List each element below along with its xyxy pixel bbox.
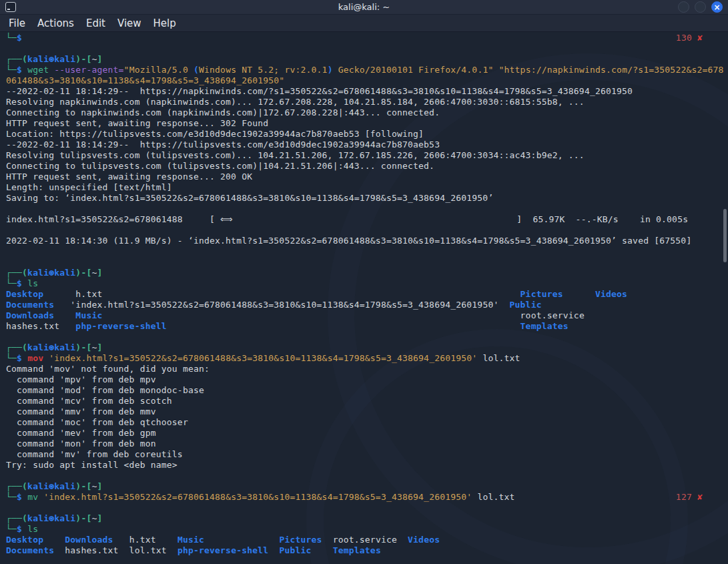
- terminal-line: Length: unspecified [text/html]: [6, 182, 728, 193]
- terminal-line: 2022-02-11 18:14:30 (11.9 MB/s) - ‘index…: [6, 236, 728, 246]
- terminal-line: command 'mon' from deb mon: [6, 439, 728, 449]
- terminal-line: --2022-02-11 18:14:29-- https://napkinwi…: [6, 86, 728, 97]
- terminal-line: Documents 'index.html?s1=350522&s2=67806…: [6, 300, 728, 310]
- window-title: kali@kali: ~: [0, 0, 728, 14]
- terminal-line: ┌──(kali⊛kali)-[~]: [6, 54, 728, 65]
- terminal-line: command 'mev' from deb gpm: [6, 428, 728, 439]
- terminal-line: command 'mmv' from deb mmv: [6, 406, 728, 417]
- terminal-line: Try: sudo apt install <deb name>: [6, 460, 728, 471]
- terminal-line: ┌──(kali⊛kali)-[~]: [6, 268, 728, 278]
- terminal-window: kali@kali: ~ × FileActionsEditViewHelp └…: [0, 0, 728, 564]
- terminal-line: Desktop Downloads h.txt Music Pictures r…: [6, 535, 728, 545]
- terminal-line: Desktop h.txt Pictures Videos: [6, 289, 728, 300]
- titlebar: kali@kali: ~ ×: [0, 0, 728, 15]
- terminal-line: ┌──(kali⊛kali)-[~]: [6, 481, 728, 492]
- close-button[interactable]: ×: [711, 1, 723, 13]
- terminal-line: command 'mod' from deb monodoc-base: [6, 385, 728, 396]
- terminal-line: Downloads Music root.service: [6, 310, 728, 321]
- terminal-line: command 'mpv' from deb mpv: [6, 374, 728, 385]
- terminal-line: └─$ ls: [6, 524, 728, 535]
- terminal-line: └─$ mov 'index.html?s1=350522&s2=6780614…: [6, 353, 728, 364]
- window-controls: ×: [678, 1, 728, 13]
- terminal-line: Resolving tulipsvests.com (tulipsvests.c…: [6, 150, 728, 161]
- terminal-line: command 'mv' from deb coreutils: [6, 449, 728, 460]
- terminal-line: hashes.txt php-reverse-shell Templates: [6, 321, 728, 332]
- scrollbar[interactable]: [723, 209, 727, 262]
- terminal-line: HTTP request sent, awaiting response... …: [6, 172, 728, 182]
- terminal-line: [6, 471, 728, 481]
- terminal-line: command 'moc' from deb qtchooser: [6, 417, 728, 428]
- terminal-line: Connecting to tulipsvests.com (tulipsves…: [6, 161, 728, 172]
- terminal-line: └─$ wget --user-agent="Mozilla/5.0 (Wind…: [6, 65, 728, 75]
- terminal-line: [6, 204, 728, 214]
- terminal-line: └─$ ls: [6, 278, 728, 289]
- terminal-line: [6, 43, 728, 54]
- minimize-button[interactable]: [678, 1, 689, 13]
- terminal-line: Connecting to napkinwinds.com (napkinwin…: [6, 107, 728, 118]
- terminal-line: └─$ mv 'index.html?s1=350522&s2=67806148…: [6, 492, 728, 503]
- terminal-line: [6, 332, 728, 342]
- maximize-button[interactable]: [695, 1, 706, 13]
- menu-item-view[interactable]: View: [111, 17, 147, 29]
- terminal-line: HTTP request sent, awaiting response... …: [6, 118, 728, 129]
- terminal-line: [6, 225, 728, 236]
- terminal-line: ┌──(kali⊛kali)-[~]: [6, 513, 728, 524]
- terminal-line: 061488&s3=3810&s10=1138&s4=1798&s5=3_438…: [6, 75, 728, 86]
- terminal-line: --2022-02-11 18:14:29-- https://tulipsve…: [6, 139, 728, 150]
- menu-item-help[interactable]: Help: [147, 17, 182, 29]
- terminal-line: ┌──(kali⊛kali)-[~]: [6, 342, 728, 353]
- terminal-line: [6, 503, 728, 513]
- menu-item-edit[interactable]: Edit: [80, 17, 111, 29]
- menu-item-actions[interactable]: Actions: [31, 17, 80, 29]
- menubar: FileActionsEditViewHelp: [0, 15, 728, 32]
- terminal-line: [6, 246, 728, 257]
- close-icon: ×: [713, 3, 720, 11]
- terminal-line: Command 'mov' not found, did you mean:: [6, 364, 728, 374]
- terminal-line: Location: https://tulipsvests.com/e3d10d…: [6, 129, 728, 139]
- menu-item-file[interactable]: File: [3, 17, 31, 29]
- terminal-line: command 'mcv' from deb scotch: [6, 396, 728, 406]
- terminal-line: index.html?s1=350522&s2=678061488 [ ⟺ ] …: [6, 214, 728, 225]
- terminal-line: Documents hashes.txt lol.txt php-reverse…: [6, 545, 728, 556]
- terminal-line: Resolving napkinwinds.com (napkinwinds.c…: [6, 97, 728, 107]
- terminal-line: └─$130 ✘: [6, 33, 728, 43]
- terminal-line: [6, 257, 728, 268]
- terminal-line: Saving to: ‘index.html?s1=350522&s2=6780…: [6, 193, 728, 204]
- terminal-output: └─$130 ✘┌──(kali⊛kali)-[~]└─$ wget --use…: [0, 31, 728, 564]
